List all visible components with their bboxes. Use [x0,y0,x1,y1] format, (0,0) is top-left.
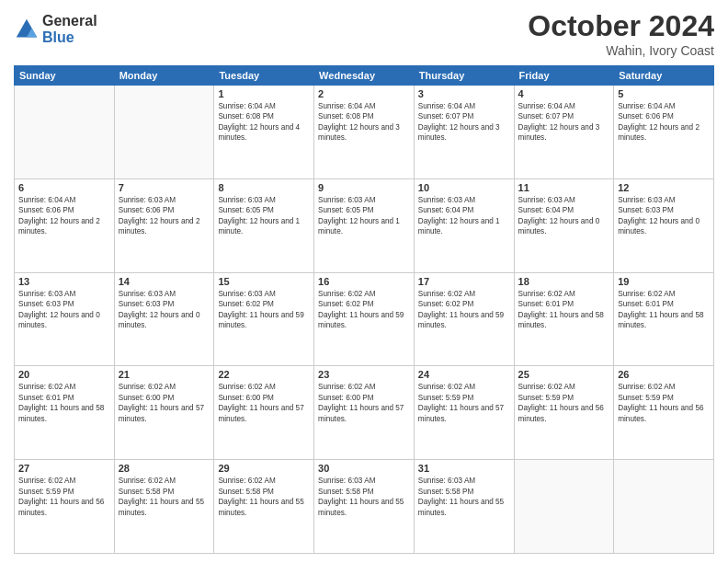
logo-icon [14,17,40,42]
cell-info: Sunrise: 6:03 AM Sunset: 6:06 PM Dayligh… [119,195,210,237]
col-sunday: Sunday [15,66,115,86]
cell-info: Sunrise: 6:03 AM Sunset: 6:03 PM Dayligh… [618,195,710,237]
month-title: October 2024 [528,9,714,43]
cell-info: Sunrise: 6:02 AM Sunset: 5:59 PM Dayligh… [18,476,110,518]
col-monday: Monday [114,66,214,86]
table-row: 1Sunrise: 6:04 AM Sunset: 6:08 PM Daylig… [214,86,314,179]
table-row: 2Sunrise: 6:04 AM Sunset: 6:08 PM Daylig… [314,86,415,179]
calendar-week-1: 1Sunrise: 6:04 AM Sunset: 6:08 PM Daylig… [15,86,714,179]
cell-info: Sunrise: 6:03 AM Sunset: 5:58 PM Dayligh… [318,476,410,518]
cell-info: Sunrise: 6:02 AM Sunset: 5:59 PM Dayligh… [418,382,510,424]
table-row: 21Sunrise: 6:02 AM Sunset: 6:00 PM Dayli… [114,366,214,460]
table-row: 3Sunrise: 6:04 AM Sunset: 6:07 PM Daylig… [414,86,514,179]
table-row: 15Sunrise: 6:03 AM Sunset: 6:02 PM Dayli… [214,272,314,366]
location: Wahin, Ivory Coast [528,43,714,58]
table-row [114,86,214,179]
cell-info: Sunrise: 6:03 AM Sunset: 6:03 PM Dayligh… [119,289,210,331]
day-number: 17 [418,276,510,287]
table-row: 14Sunrise: 6:03 AM Sunset: 6:03 PM Dayli… [114,272,214,366]
day-number: 10 [418,182,510,193]
day-number: 31 [418,463,510,474]
col-saturday: Saturday [614,66,714,86]
day-number: 15 [218,276,310,287]
day-number: 12 [618,182,710,193]
cell-info: Sunrise: 6:03 AM Sunset: 6:02 PM Dayligh… [218,289,310,331]
table-row: 27Sunrise: 6:02 AM Sunset: 5:59 PM Dayli… [15,460,115,554]
cell-info: Sunrise: 6:04 AM Sunset: 6:08 PM Dayligh… [218,101,310,144]
table-row: 26Sunrise: 6:02 AM Sunset: 5:59 PM Dayli… [614,366,714,460]
day-number: 25 [518,369,610,380]
table-row: 25Sunrise: 6:02 AM Sunset: 5:59 PM Dayli… [514,366,614,460]
table-row: 5Sunrise: 6:04 AM Sunset: 6:06 PM Daylig… [614,86,714,179]
cell-info: Sunrise: 6:02 AM Sunset: 6:01 PM Dayligh… [618,289,710,331]
day-number: 6 [18,182,110,193]
day-number: 7 [119,182,210,193]
table-row: 23Sunrise: 6:02 AM Sunset: 6:00 PM Dayli… [314,366,415,460]
col-tuesday: Tuesday [214,66,314,86]
table-row: 22Sunrise: 6:02 AM Sunset: 6:00 PM Dayli… [214,366,314,460]
cell-info: Sunrise: 6:02 AM Sunset: 6:01 PM Dayligh… [18,382,110,424]
cell-info: Sunrise: 6:02 AM Sunset: 6:02 PM Dayligh… [318,289,410,331]
day-number: 2 [318,88,410,99]
day-number: 29 [218,463,310,474]
cell-info: Sunrise: 6:02 AM Sunset: 5:59 PM Dayligh… [618,382,710,424]
table-row [614,460,714,554]
cell-info: Sunrise: 6:03 AM Sunset: 6:04 PM Dayligh… [518,195,610,237]
cell-info: Sunrise: 6:02 AM Sunset: 5:58 PM Dayligh… [119,476,210,518]
calendar-table: Sunday Monday Tuesday Wednesday Thursday… [14,65,714,554]
day-number: 3 [418,88,510,99]
cell-info: Sunrise: 6:04 AM Sunset: 6:08 PM Dayligh… [318,101,410,144]
day-number: 5 [618,88,710,99]
cell-info: Sunrise: 6:04 AM Sunset: 6:07 PM Dayligh… [418,101,510,144]
table-row [514,460,614,554]
col-friday: Friday [514,66,614,86]
day-number: 9 [318,182,410,193]
day-number: 23 [318,369,410,380]
table-row: 9Sunrise: 6:03 AM Sunset: 6:05 PM Daylig… [314,178,415,272]
day-number: 8 [218,182,310,193]
cell-info: Sunrise: 6:03 AM Sunset: 6:03 PM Dayligh… [18,289,110,331]
day-number: 22 [218,369,310,380]
table-row: 11Sunrise: 6:03 AM Sunset: 6:04 PM Dayli… [514,178,614,272]
day-number: 13 [18,276,110,287]
cell-info: Sunrise: 6:02 AM Sunset: 5:58 PM Dayligh… [218,476,310,518]
day-number: 26 [618,369,710,380]
page: General Blue October 2024 Wahin, Ivory C… [0,0,728,563]
calendar-week-4: 20Sunrise: 6:02 AM Sunset: 6:01 PM Dayli… [15,366,714,460]
cell-info: Sunrise: 6:02 AM Sunset: 6:02 PM Dayligh… [418,289,510,331]
day-number: 30 [318,463,410,474]
table-row: 30Sunrise: 6:03 AM Sunset: 5:58 PM Dayli… [314,460,415,554]
table-row: 20Sunrise: 6:02 AM Sunset: 6:01 PM Dayli… [15,366,115,460]
day-number: 24 [418,369,510,380]
day-number: 19 [618,276,710,287]
cell-info: Sunrise: 6:02 AM Sunset: 6:00 PM Dayligh… [119,382,210,424]
day-number: 1 [218,88,310,99]
table-row: 19Sunrise: 6:02 AM Sunset: 6:01 PM Dayli… [614,272,714,366]
calendar-week-5: 27Sunrise: 6:02 AM Sunset: 5:59 PM Dayli… [15,460,714,554]
cell-info: Sunrise: 6:02 AM Sunset: 5:59 PM Dayligh… [518,382,610,424]
day-number: 16 [318,276,410,287]
header: General Blue October 2024 Wahin, Ivory C… [14,9,714,58]
logo-text: General Blue [42,13,97,45]
day-number: 28 [119,463,210,474]
table-row: 10Sunrise: 6:03 AM Sunset: 6:04 PM Dayli… [414,178,514,272]
table-row: 28Sunrise: 6:02 AM Sunset: 5:58 PM Dayli… [114,460,214,554]
table-row: 31Sunrise: 6:03 AM Sunset: 5:58 PM Dayli… [414,460,514,554]
cell-info: Sunrise: 6:03 AM Sunset: 6:05 PM Dayligh… [318,195,410,237]
cell-info: Sunrise: 6:02 AM Sunset: 6:01 PM Dayligh… [518,289,610,331]
table-row [15,86,115,179]
day-number: 20 [18,369,110,380]
cell-info: Sunrise: 6:02 AM Sunset: 6:00 PM Dayligh… [318,382,410,424]
cell-info: Sunrise: 6:04 AM Sunset: 6:06 PM Dayligh… [18,195,110,237]
day-number: 11 [518,182,610,193]
day-number: 18 [518,276,610,287]
table-row: 18Sunrise: 6:02 AM Sunset: 6:01 PM Dayli… [514,272,614,366]
day-number: 21 [119,369,210,380]
table-row: 17Sunrise: 6:02 AM Sunset: 6:02 PM Dayli… [414,272,514,366]
cell-info: Sunrise: 6:02 AM Sunset: 6:00 PM Dayligh… [218,382,310,424]
title-block: October 2024 Wahin, Ivory Coast [528,9,714,58]
table-row: 24Sunrise: 6:02 AM Sunset: 5:59 PM Dayli… [414,366,514,460]
cell-info: Sunrise: 6:03 AM Sunset: 6:04 PM Dayligh… [418,195,510,237]
cell-info: Sunrise: 6:04 AM Sunset: 6:07 PM Dayligh… [518,101,610,144]
table-row: 16Sunrise: 6:02 AM Sunset: 6:02 PM Dayli… [314,272,415,366]
